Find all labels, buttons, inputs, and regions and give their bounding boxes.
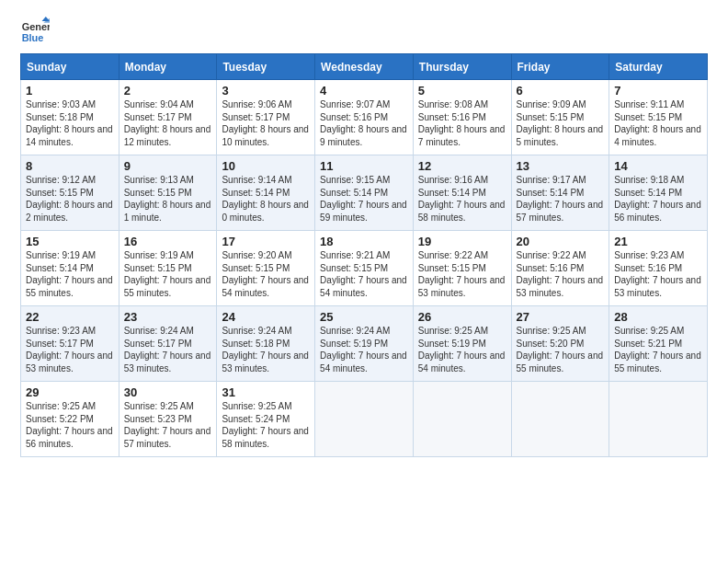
day-detail: Sunrise: 9:21 AMSunset: 5:15 PMDaylight:… — [320, 250, 407, 298]
calendar-cell: 20 Sunrise: 9:22 AMSunset: 5:16 PMDaylig… — [511, 231, 609, 306]
day-detail: Sunrise: 9:04 AMSunset: 5:17 PMDaylight:… — [124, 99, 211, 147]
calendar-cell: 16 Sunrise: 9:19 AMSunset: 5:15 PMDaylig… — [119, 231, 217, 306]
day-number: 12 — [418, 159, 506, 173]
svg-text:Blue: Blue — [22, 32, 44, 43]
day-detail: Sunrise: 9:22 AMSunset: 5:15 PMDaylight:… — [418, 250, 506, 298]
day-number: 29 — [26, 385, 114, 399]
calendar-cell — [609, 382, 708, 457]
day-number: 10 — [222, 159, 310, 173]
day-number: 7 — [614, 84, 702, 98]
day-number: 27 — [517, 310, 605, 324]
day-number: 20 — [517, 235, 605, 248]
calendar-cell: 4 Sunrise: 9:07 AMSunset: 5:16 PMDayligh… — [315, 80, 414, 155]
calendar-cell: 19 Sunrise: 9:22 AMSunset: 5:15 PMDaylig… — [413, 231, 511, 306]
col-header-thursday: Thursday — [413, 54, 511, 80]
day-number: 5 — [418, 84, 506, 98]
day-number: 25 — [320, 310, 408, 324]
day-number: 1 — [26, 84, 114, 98]
day-detail: Sunrise: 9:08 AMSunset: 5:16 PMDaylight:… — [418, 99, 506, 147]
logo-icon: General Blue — [20, 17, 50, 46]
day-detail: Sunrise: 9:16 AMSunset: 5:14 PMDaylight:… — [418, 175, 506, 223]
calendar-cell: 9 Sunrise: 9:13 AMSunset: 5:15 PMDayligh… — [119, 155, 217, 231]
calendar-cell: 23 Sunrise: 9:24 AMSunset: 5:17 PMDaylig… — [119, 306, 217, 382]
day-number: 2 — [124, 84, 212, 98]
day-number: 30 — [124, 385, 212, 399]
day-number: 8 — [26, 159, 114, 173]
day-number: 24 — [222, 310, 310, 324]
day-number: 13 — [517, 159, 605, 173]
day-number: 18 — [320, 235, 408, 248]
col-header-tuesday: Tuesday — [217, 54, 315, 80]
calendar-cell: 1 Sunrise: 9:03 AMSunset: 5:18 PMDayligh… — [21, 80, 119, 155]
day-detail: Sunrise: 9:03 AMSunset: 5:18 PMDaylight:… — [26, 99, 113, 147]
col-header-wednesday: Wednesday — [315, 54, 414, 80]
calendar-cell: 14 Sunrise: 9:18 AMSunset: 5:14 PMDaylig… — [609, 155, 708, 231]
calendar-cell: 2 Sunrise: 9:04 AMSunset: 5:17 PMDayligh… — [119, 80, 217, 155]
calendar-cell: 31 Sunrise: 9:25 AMSunset: 5:24 PMDaylig… — [217, 382, 315, 457]
day-detail: Sunrise: 9:25 AMSunset: 5:19 PMDaylight:… — [418, 326, 506, 373]
day-number: 28 — [614, 310, 702, 324]
calendar-cell: 6 Sunrise: 9:09 AMSunset: 5:15 PMDayligh… — [511, 80, 609, 155]
col-header-friday: Friday — [511, 54, 609, 80]
day-number: 14 — [614, 159, 702, 173]
calendar-cell: 27 Sunrise: 9:25 AMSunset: 5:20 PMDaylig… — [511, 306, 609, 382]
calendar-cell: 17 Sunrise: 9:20 AMSunset: 5:15 PMDaylig… — [217, 231, 315, 306]
day-detail: Sunrise: 9:09 AMSunset: 5:15 PMDaylight:… — [517, 99, 604, 147]
day-detail: Sunrise: 9:24 AMSunset: 5:17 PMDaylight:… — [124, 326, 211, 373]
day-detail: Sunrise: 9:19 AMSunset: 5:14 PMDaylight:… — [26, 250, 113, 298]
day-detail: Sunrise: 9:17 AMSunset: 5:14 PMDaylight:… — [517, 175, 604, 223]
day-number: 21 — [614, 235, 702, 248]
calendar-cell: 5 Sunrise: 9:08 AMSunset: 5:16 PMDayligh… — [413, 80, 511, 155]
day-detail: Sunrise: 9:13 AMSunset: 5:15 PMDaylight:… — [124, 175, 211, 223]
day-detail: Sunrise: 9:25 AMSunset: 5:20 PMDaylight:… — [517, 326, 604, 373]
day-number: 22 — [26, 310, 114, 324]
day-detail: Sunrise: 9:11 AMSunset: 5:15 PMDaylight:… — [614, 99, 701, 147]
logo: General Blue — [20, 17, 51, 46]
day-detail: Sunrise: 9:25 AMSunset: 5:23 PMDaylight:… — [124, 401, 211, 449]
calendar-cell: 11 Sunrise: 9:15 AMSunset: 5:14 PMDaylig… — [315, 155, 414, 231]
calendar-cell: 29 Sunrise: 9:25 AMSunset: 5:22 PMDaylig… — [21, 382, 119, 457]
col-header-monday: Monday — [119, 54, 217, 80]
day-detail: Sunrise: 9:23 AMSunset: 5:16 PMDaylight:… — [614, 250, 701, 298]
day-detail: Sunrise: 9:06 AMSunset: 5:17 PMDaylight:… — [222, 99, 309, 147]
day-detail: Sunrise: 9:18 AMSunset: 5:14 PMDaylight:… — [614, 175, 701, 223]
day-number: 26 — [418, 310, 506, 324]
calendar-cell: 8 Sunrise: 9:12 AMSunset: 5:15 PMDayligh… — [21, 155, 119, 231]
day-number: 11 — [320, 159, 408, 173]
day-number: 9 — [124, 159, 212, 173]
day-number: 15 — [26, 235, 114, 248]
calendar-page: General Blue SundayMondayTuesdayWednesda… — [0, 0, 728, 563]
calendar-cell: 12 Sunrise: 9:16 AMSunset: 5:14 PMDaylig… — [413, 155, 511, 231]
calendar-cell: 22 Sunrise: 9:23 AMSunset: 5:17 PMDaylig… — [21, 306, 119, 382]
day-number: 19 — [418, 235, 506, 248]
day-number: 17 — [222, 235, 310, 248]
day-detail: Sunrise: 9:25 AMSunset: 5:21 PMDaylight:… — [614, 326, 701, 373]
calendar-cell: 10 Sunrise: 9:14 AMSunset: 5:14 PMDaylig… — [217, 155, 315, 231]
day-detail: Sunrise: 9:23 AMSunset: 5:17 PMDaylight:… — [26, 326, 113, 373]
calendar-cell: 15 Sunrise: 9:19 AMSunset: 5:14 PMDaylig… — [21, 231, 119, 306]
day-detail: Sunrise: 9:24 AMSunset: 5:19 PMDaylight:… — [320, 326, 407, 373]
calendar-cell: 3 Sunrise: 9:06 AMSunset: 5:17 PMDayligh… — [217, 80, 315, 155]
calendar-cell: 18 Sunrise: 9:21 AMSunset: 5:15 PMDaylig… — [315, 231, 414, 306]
day-detail: Sunrise: 9:12 AMSunset: 5:15 PMDaylight:… — [26, 175, 113, 223]
calendar-cell: 25 Sunrise: 9:24 AMSunset: 5:19 PMDaylig… — [315, 306, 414, 382]
day-detail: Sunrise: 9:14 AMSunset: 5:14 PMDaylight:… — [222, 175, 309, 223]
day-detail: Sunrise: 9:15 AMSunset: 5:14 PMDaylight:… — [320, 175, 407, 223]
calendar-cell: 7 Sunrise: 9:11 AMSunset: 5:15 PMDayligh… — [609, 80, 708, 155]
calendar-cell: 13 Sunrise: 9:17 AMSunset: 5:14 PMDaylig… — [511, 155, 609, 231]
calendar-table: SundayMondayTuesdayWednesdayThursdayFrid… — [20, 53, 708, 457]
calendar-cell — [511, 382, 609, 457]
day-number: 23 — [124, 310, 212, 324]
calendar-cell: 24 Sunrise: 9:24 AMSunset: 5:18 PMDaylig… — [217, 306, 315, 382]
day-detail: Sunrise: 9:19 AMSunset: 5:15 PMDaylight:… — [124, 250, 211, 298]
day-number: 16 — [124, 235, 212, 248]
calendar-cell — [315, 382, 414, 457]
day-detail: Sunrise: 9:20 AMSunset: 5:15 PMDaylight:… — [222, 250, 309, 298]
calendar-cell: 26 Sunrise: 9:25 AMSunset: 5:19 PMDaylig… — [413, 306, 511, 382]
calendar-cell: 21 Sunrise: 9:23 AMSunset: 5:16 PMDaylig… — [609, 231, 708, 306]
day-number: 4 — [320, 84, 408, 98]
day-detail: Sunrise: 9:24 AMSunset: 5:18 PMDaylight:… — [222, 326, 309, 373]
day-detail: Sunrise: 9:07 AMSunset: 5:16 PMDaylight:… — [320, 99, 407, 147]
day-number: 6 — [517, 84, 605, 98]
day-number: 3 — [222, 84, 310, 98]
